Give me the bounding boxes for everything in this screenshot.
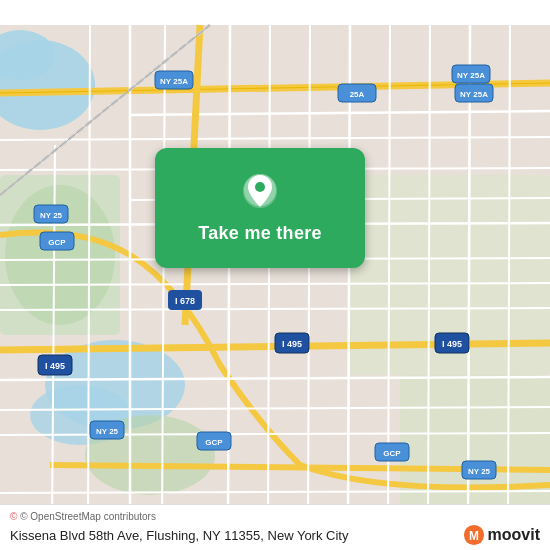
svg-text:NY 25: NY 25 [40,211,63,220]
moovit-icon: M [463,524,485,546]
svg-text:I 495: I 495 [282,339,302,349]
address-text: Kissena Blvd 58th Ave, Flushing, NY 1135… [10,528,348,543]
svg-point-71 [255,182,265,192]
moovit-brand-text: moovit [488,526,540,544]
svg-text:NY 25A: NY 25A [460,90,488,99]
svg-text:NY 25: NY 25 [96,427,119,436]
copyright-text: © OpenStreetMap contributors [20,511,156,522]
location-pin-icon [242,173,278,215]
svg-text:I 495: I 495 [45,361,65,371]
svg-text:GCP: GCP [205,438,223,447]
svg-text:25A: 25A [350,90,365,99]
svg-text:NY 25A: NY 25A [457,71,485,80]
openstreetmap-icon: © [10,511,17,522]
take-me-there-label: Take me there [198,223,322,244]
take-me-there-button[interactable]: Take me there [155,148,365,268]
svg-rect-9 [400,375,550,525]
svg-text:I 495: I 495 [442,339,462,349]
svg-text:M: M [469,529,479,543]
svg-text:GCP: GCP [48,238,66,247]
moovit-logo: M moovit [463,524,540,546]
svg-text:NY 25A: NY 25A [160,77,188,86]
map-container: NY 25A 25A NY 25A NY 25 GCP I 678 I 495 … [0,0,550,550]
map-background: NY 25A 25A NY 25A NY 25 GCP I 678 I 495 … [0,0,550,550]
copyright-line: © © OpenStreetMap contributors [10,511,540,522]
address-line: Kissena Blvd 58th Ave, Flushing, NY 1135… [10,524,540,546]
svg-text:GCP: GCP [383,449,401,458]
svg-text:NY 25: NY 25 [468,467,491,476]
svg-text:I 678: I 678 [175,296,195,306]
bottom-bar: © © OpenStreetMap contributors Kissena B… [0,504,550,550]
